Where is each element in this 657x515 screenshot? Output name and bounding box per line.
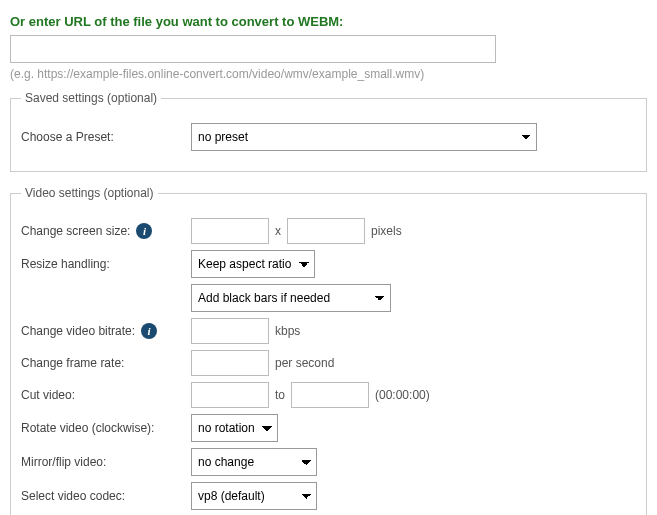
url-section-title: Or enter URL of the file you want to con…	[10, 14, 647, 29]
framerate-label: Change frame rate:	[21, 356, 124, 370]
resize-handling-label: Resize handling:	[21, 257, 110, 271]
codec-select[interactable]: vp8 (default)	[191, 482, 317, 510]
screen-size-label: Change screen size:	[21, 224, 130, 238]
mirror-label: Mirror/flip video:	[21, 455, 106, 469]
info-icon[interactable]: i	[141, 323, 157, 339]
bitrate-label: Change video bitrate:	[21, 324, 135, 338]
codec-label: Select video codec:	[21, 489, 125, 503]
screen-width-input[interactable]	[191, 218, 269, 244]
video-settings-legend: Video settings (optional)	[21, 186, 158, 200]
url-input[interactable]	[10, 35, 496, 63]
framerate-input[interactable]	[191, 350, 269, 376]
cut-to-input[interactable]	[291, 382, 369, 408]
preset-select[interactable]: no preset	[191, 123, 537, 151]
framerate-unit: per second	[275, 356, 334, 370]
preset-label: Choose a Preset:	[21, 130, 114, 144]
mirror-select[interactable]: no change	[191, 448, 317, 476]
saved-settings-legend: Saved settings (optional)	[21, 91, 161, 105]
rotate-select[interactable]: no rotation	[191, 414, 278, 442]
resize-mode-select[interactable]: Keep aspect ratio	[191, 250, 315, 278]
rotate-label: Rotate video (clockwise):	[21, 421, 154, 435]
screen-height-input[interactable]	[287, 218, 365, 244]
cut-video-label: Cut video:	[21, 388, 75, 402]
bitrate-unit: kbps	[275, 324, 300, 338]
bitrate-input[interactable]	[191, 318, 269, 344]
info-icon[interactable]: i	[136, 223, 152, 239]
video-settings-fieldset: Video settings (optional) Change screen …	[10, 186, 647, 515]
resize-bars-select[interactable]: Add black bars if needed	[191, 284, 391, 312]
url-hint: (e.g. https://example-files.online-conve…	[10, 67, 647, 81]
cut-to-separator: to	[275, 388, 285, 402]
cut-from-input[interactable]	[191, 382, 269, 408]
pixels-label: pixels	[371, 224, 402, 238]
saved-settings-fieldset: Saved settings (optional) Choose a Prese…	[10, 91, 647, 172]
cut-hint: (00:00:00)	[375, 388, 430, 402]
x-separator: x	[275, 224, 281, 238]
